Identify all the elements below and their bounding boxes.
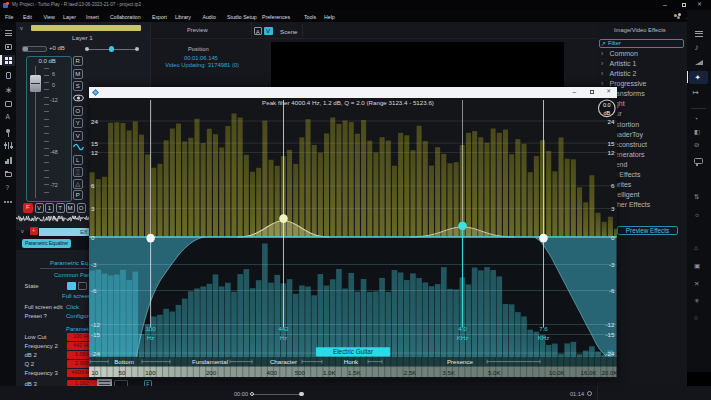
svg-text:24: 24 xyxy=(91,117,98,124)
svg-text:Peak filter 4000.4 Hz, 1.2 dB,: Peak filter 4000.4 Hz, 1.2 dB, Q = 2.0 (… xyxy=(262,98,434,105)
svg-text:-6: -6 xyxy=(609,287,615,294)
svg-text:442: 442 xyxy=(278,325,289,332)
svg-text:16.0K: 16.0K xyxy=(581,369,598,376)
svg-text:1.5K: 1.5K xyxy=(348,369,362,376)
svg-text:dB: dB xyxy=(603,109,610,115)
svg-text:3: 3 xyxy=(611,205,615,212)
svg-text:-15: -15 xyxy=(606,331,616,338)
svg-text:Presence: Presence xyxy=(447,358,474,365)
svg-text:15: 15 xyxy=(608,139,615,146)
svg-text:3: 3 xyxy=(91,205,95,212)
svg-text:-12: -12 xyxy=(91,321,101,328)
svg-text:0: 0 xyxy=(611,233,615,240)
svg-text:Fundamental: Fundamental xyxy=(192,358,228,365)
svg-text:KHz: KHz xyxy=(538,333,550,340)
svg-text:-6: -6 xyxy=(91,287,97,294)
svg-text:10.0K: 10.0K xyxy=(549,369,566,376)
svg-text:15: 15 xyxy=(91,139,98,146)
svg-text:4.0: 4.0 xyxy=(458,325,467,332)
svg-text:10: 10 xyxy=(91,369,98,376)
svg-text:100: 100 xyxy=(145,369,156,376)
svg-text:200: 200 xyxy=(206,369,217,376)
svg-text:400: 400 xyxy=(267,369,278,376)
svg-text:Electric Guitar: Electric Guitar xyxy=(333,348,374,355)
svg-text:Bottom: Bottom xyxy=(114,358,134,365)
svg-text:3.5K: 3.5K xyxy=(442,369,456,376)
svg-text:2.5K: 2.5K xyxy=(404,369,418,376)
svg-text:-3: -3 xyxy=(91,261,97,268)
svg-text:0.0: 0.0 xyxy=(603,102,611,108)
svg-text:Hz: Hz xyxy=(147,333,155,340)
svg-text:-24: -24 xyxy=(606,349,616,356)
svg-text:6: 6 xyxy=(611,182,615,189)
svg-text:0: 0 xyxy=(91,233,95,240)
svg-text:12: 12 xyxy=(91,149,98,156)
svg-text:Honk: Honk xyxy=(344,358,359,365)
svg-text:-12: -12 xyxy=(606,321,616,328)
svg-text:1.0K: 1.0K xyxy=(323,369,337,376)
svg-text:KHz: KHz xyxy=(457,333,469,340)
svg-text:100: 100 xyxy=(145,325,156,332)
svg-text:6: 6 xyxy=(91,182,95,189)
svg-text:7.6: 7.6 xyxy=(539,325,548,332)
svg-text:24: 24 xyxy=(608,117,615,124)
svg-text:50: 50 xyxy=(119,369,126,376)
svg-text:500: 500 xyxy=(295,369,306,376)
svg-text:5.0K: 5.0K xyxy=(488,369,502,376)
svg-text:20.0K: 20.0K xyxy=(601,369,616,376)
svg-text:Character: Character xyxy=(270,358,297,365)
svg-text:-24: -24 xyxy=(91,349,101,356)
svg-text:-3: -3 xyxy=(609,261,615,268)
svg-text:Hz: Hz xyxy=(280,333,288,340)
svg-text:12: 12 xyxy=(608,149,615,156)
svg-text:-15: -15 xyxy=(91,331,101,338)
